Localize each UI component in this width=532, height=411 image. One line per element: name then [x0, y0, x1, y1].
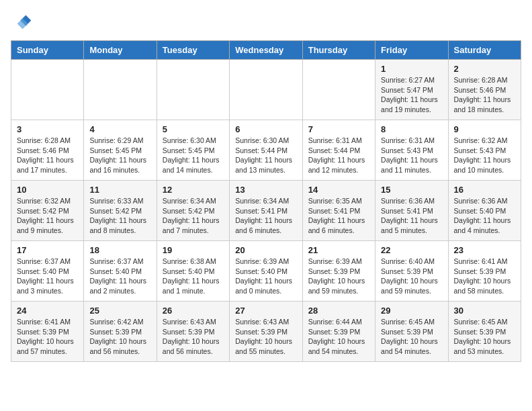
day-cell: 13Sunrise: 6:34 AM Sunset: 5:41 PM Dayli… [230, 181, 302, 241]
day-number: 7 [308, 124, 369, 134]
day-cell: 7Sunrise: 6:31 AM Sunset: 5:44 PM Daylig… [302, 120, 375, 181]
logo-icon [11, 11, 32, 32]
calendar-header-row: SundayMondayTuesdayWednesdayThursdayFrid… [11, 41, 521, 60]
day-number: 23 [454, 245, 515, 255]
day-number: 5 [163, 124, 224, 134]
day-cell: 3Sunrise: 6:28 AM Sunset: 5:46 PM Daylig… [11, 120, 84, 181]
day-cell: 5Sunrise: 6:30 AM Sunset: 5:45 PM Daylig… [157, 120, 229, 181]
day-cell: 4Sunrise: 6:29 AM Sunset: 5:45 PM Daylig… [84, 120, 157, 181]
day-number: 16 [454, 185, 515, 195]
day-number: 27 [235, 306, 296, 316]
day-number: 26 [163, 306, 224, 316]
week-row-4: 17Sunrise: 6:37 AM Sunset: 5:40 PM Dayli… [11, 241, 521, 302]
day-number: 30 [454, 306, 515, 316]
day-info: Sunrise: 6:44 AM Sunset: 5:39 PM Dayligh… [308, 317, 369, 357]
day-cell: 26Sunrise: 6:43 AM Sunset: 5:39 PM Dayli… [157, 302, 229, 362]
day-cell: 28Sunrise: 6:44 AM Sunset: 5:39 PM Dayli… [302, 302, 375, 362]
day-cell: 23Sunrise: 6:41 AM Sunset: 5:39 PM Dayli… [448, 241, 521, 302]
day-number: 3 [17, 124, 78, 134]
day-number: 17 [17, 245, 78, 255]
day-info: Sunrise: 6:34 AM Sunset: 5:42 PM Dayligh… [163, 196, 224, 236]
day-info: Sunrise: 6:37 AM Sunset: 5:40 PM Dayligh… [89, 257, 150, 296]
day-info: Sunrise: 6:41 AM Sunset: 5:39 PM Dayligh… [17, 317, 78, 357]
day-info: Sunrise: 6:38 AM Sunset: 5:40 PM Dayligh… [163, 257, 224, 296]
day-info: Sunrise: 6:43 AM Sunset: 5:39 PM Dayligh… [235, 317, 296, 357]
day-info: Sunrise: 6:43 AM Sunset: 5:39 PM Dayligh… [163, 317, 224, 357]
day-info: Sunrise: 6:35 AM Sunset: 5:41 PM Dayligh… [308, 196, 369, 236]
day-cell [11, 60, 84, 120]
day-cell: 18Sunrise: 6:37 AM Sunset: 5:40 PM Dayli… [84, 241, 157, 302]
day-cell: 21Sunrise: 6:39 AM Sunset: 5:39 PM Dayli… [302, 241, 375, 302]
day-cell: 14Sunrise: 6:35 AM Sunset: 5:41 PM Dayli… [302, 181, 375, 241]
header [11, 11, 521, 32]
day-cell: 27Sunrise: 6:43 AM Sunset: 5:39 PM Dayli… [230, 302, 302, 362]
day-cell: 2Sunrise: 6:28 AM Sunset: 5:46 PM Daylig… [448, 60, 521, 120]
day-cell: 19Sunrise: 6:38 AM Sunset: 5:40 PM Dayli… [157, 241, 229, 302]
day-info: Sunrise: 6:32 AM Sunset: 5:42 PM Dayligh… [17, 196, 78, 236]
day-info: Sunrise: 6:30 AM Sunset: 5:44 PM Dayligh… [235, 136, 296, 175]
day-number: 6 [235, 124, 296, 134]
day-info: Sunrise: 6:37 AM Sunset: 5:40 PM Dayligh… [17, 257, 78, 296]
day-info: Sunrise: 6:45 AM Sunset: 5:39 PM Dayligh… [454, 317, 515, 357]
day-cell: 16Sunrise: 6:36 AM Sunset: 5:40 PM Dayli… [448, 181, 521, 241]
day-number: 8 [381, 124, 442, 134]
day-cell: 11Sunrise: 6:33 AM Sunset: 5:42 PM Dayli… [84, 181, 157, 241]
day-info: Sunrise: 6:45 AM Sunset: 5:39 PM Dayligh… [381, 317, 442, 357]
day-info: Sunrise: 6:34 AM Sunset: 5:41 PM Dayligh… [235, 196, 296, 236]
calendar-table: SundayMondayTuesdayWednesdayThursdayFrid… [11, 40, 521, 362]
week-row-1: 1Sunrise: 6:27 AM Sunset: 5:47 PM Daylig… [11, 60, 521, 120]
day-info: Sunrise: 6:27 AM Sunset: 5:47 PM Dayligh… [381, 75, 442, 115]
day-info: Sunrise: 6:41 AM Sunset: 5:39 PM Dayligh… [454, 257, 515, 296]
day-cell: 30Sunrise: 6:45 AM Sunset: 5:39 PM Dayli… [448, 302, 521, 362]
week-row-2: 3Sunrise: 6:28 AM Sunset: 5:46 PM Daylig… [11, 120, 521, 181]
day-number: 9 [454, 124, 515, 134]
day-number: 12 [163, 185, 224, 195]
day-info: Sunrise: 6:36 AM Sunset: 5:41 PM Dayligh… [381, 196, 442, 236]
day-cell: 6Sunrise: 6:30 AM Sunset: 5:44 PM Daylig… [230, 120, 302, 181]
week-row-3: 10Sunrise: 6:32 AM Sunset: 5:42 PM Dayli… [11, 181, 521, 241]
day-number: 24 [17, 306, 78, 316]
day-cell: 24Sunrise: 6:41 AM Sunset: 5:39 PM Dayli… [11, 302, 84, 362]
header-saturday: Saturday [448, 41, 521, 60]
header-sunday: Sunday [11, 41, 84, 60]
day-number: 13 [235, 185, 296, 195]
header-monday: Monday [84, 41, 157, 60]
day-cell [84, 60, 157, 120]
header-wednesday: Wednesday [230, 41, 302, 60]
day-info: Sunrise: 6:30 AM Sunset: 5:45 PM Dayligh… [163, 136, 224, 175]
day-cell: 12Sunrise: 6:34 AM Sunset: 5:42 PM Dayli… [157, 181, 229, 241]
day-info: Sunrise: 6:42 AM Sunset: 5:39 PM Dayligh… [89, 317, 150, 357]
day-number: 1 [381, 64, 442, 74]
day-cell: 25Sunrise: 6:42 AM Sunset: 5:39 PM Dayli… [84, 302, 157, 362]
day-info: Sunrise: 6:28 AM Sunset: 5:46 PM Dayligh… [17, 136, 78, 175]
header-thursday: Thursday [302, 41, 375, 60]
day-number: 4 [89, 124, 150, 134]
day-number: 15 [381, 185, 442, 195]
day-number: 29 [381, 306, 442, 316]
logo [11, 11, 35, 32]
day-cell: 29Sunrise: 6:45 AM Sunset: 5:39 PM Dayli… [375, 302, 448, 362]
day-number: 10 [17, 185, 78, 195]
day-number: 22 [381, 245, 442, 255]
day-info: Sunrise: 6:33 AM Sunset: 5:42 PM Dayligh… [89, 196, 150, 236]
day-number: 2 [454, 64, 515, 74]
day-cell: 9Sunrise: 6:32 AM Sunset: 5:43 PM Daylig… [448, 120, 521, 181]
day-cell [157, 60, 229, 120]
day-cell: 8Sunrise: 6:31 AM Sunset: 5:43 PM Daylig… [375, 120, 448, 181]
day-cell: 1Sunrise: 6:27 AM Sunset: 5:47 PM Daylig… [375, 60, 448, 120]
day-info: Sunrise: 6:36 AM Sunset: 5:40 PM Dayligh… [454, 196, 515, 236]
header-tuesday: Tuesday [157, 41, 229, 60]
day-cell: 10Sunrise: 6:32 AM Sunset: 5:42 PM Dayli… [11, 181, 84, 241]
day-info: Sunrise: 6:40 AM Sunset: 5:39 PM Dayligh… [381, 257, 442, 296]
day-info: Sunrise: 6:32 AM Sunset: 5:43 PM Dayligh… [454, 136, 515, 175]
day-cell: 15Sunrise: 6:36 AM Sunset: 5:41 PM Dayli… [375, 181, 448, 241]
day-cell [302, 60, 375, 120]
day-cell: 22Sunrise: 6:40 AM Sunset: 5:39 PM Dayli… [375, 241, 448, 302]
day-number: 25 [89, 306, 150, 316]
day-number: 14 [308, 185, 369, 195]
day-number: 11 [89, 185, 150, 195]
day-info: Sunrise: 6:39 AM Sunset: 5:40 PM Dayligh… [235, 257, 296, 296]
day-info: Sunrise: 6:31 AM Sunset: 5:43 PM Dayligh… [381, 136, 442, 175]
day-number: 28 [308, 306, 369, 316]
day-number: 20 [235, 245, 296, 255]
